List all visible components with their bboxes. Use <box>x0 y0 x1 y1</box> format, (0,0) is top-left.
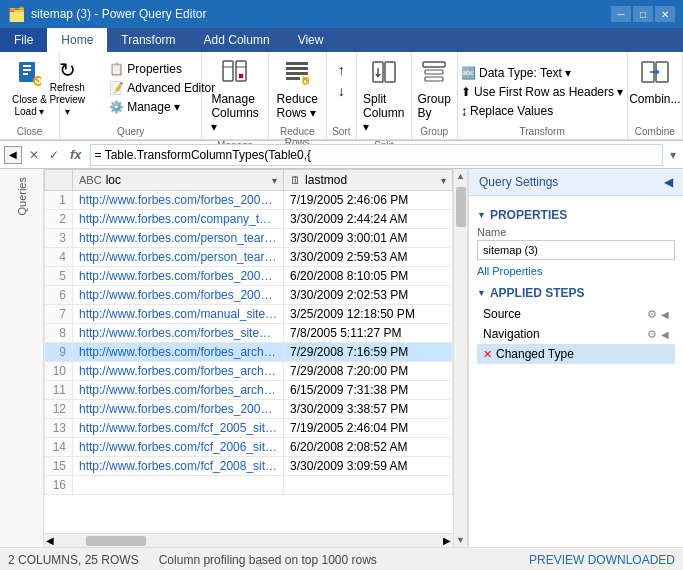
table-row[interactable]: 15http://www.forbes.com/fcf_2008_sitem..… <box>45 457 453 476</box>
scrollbar-thumb-v[interactable] <box>456 187 466 227</box>
step-settings-icon[interactable]: ⚙ <box>647 328 657 341</box>
row-loc-cell[interactable]: http://www.forbes.com/forbes_archive... <box>73 362 284 381</box>
properties-section-label: PROPERTIES <box>490 208 567 222</box>
right-panel-expand-icon[interactable]: ◀ <box>664 175 673 189</box>
app-icon: 🗂️ <box>8 6 25 22</box>
tab-file[interactable]: File <box>0 28 47 52</box>
col-filter-lastmod[interactable]: ▾ <box>441 175 446 186</box>
status-profiling: Column profiling based on top 1000 rows <box>159 553 377 567</box>
table-row[interactable]: 3http://www.forbes.com/person_tearshe...… <box>45 229 453 248</box>
formula-expand-button[interactable]: ▾ <box>667 148 679 162</box>
row-loc-cell[interactable]: http://www.forbes.com/forbes_2007_si... <box>73 400 284 419</box>
row-loc-cell[interactable] <box>73 476 284 495</box>
row-loc-cell[interactable]: http://www.forbes.com/fcf_2008_sitem... <box>73 457 284 476</box>
sort-desc-button[interactable]: ↓ <box>334 81 349 101</box>
row-number-cell: 8 <box>45 324 73 343</box>
vertical-scrollbar[interactable]: ▲ ▼ <box>453 169 467 547</box>
formula-input[interactable] <box>90 144 663 166</box>
row-loc-cell[interactable]: http://www.forbes.com/person_tearshe... <box>73 229 284 248</box>
formula-confirm-button[interactable]: ✓ <box>46 148 62 162</box>
row-loc-cell[interactable]: http://www.forbes.com/forbes_2006_si... <box>73 267 284 286</box>
table-row[interactable]: 12http://www.forbes.com/forbes_2007_si..… <box>45 400 453 419</box>
reduce-rows-button[interactable]: ReduceRows ▾ <box>271 56 324 124</box>
formula-cancel-button[interactable]: ✕ <box>26 148 42 162</box>
table-row[interactable]: 7http://www.forbes.com/manual_sitema...3… <box>45 305 453 324</box>
scrollbar-thumb-h[interactable] <box>86 536 146 546</box>
all-properties-link[interactable]: All Properties <box>477 265 542 277</box>
applied-step-item[interactable]: Source⚙◀ <box>477 304 675 324</box>
scroll-down-arrow[interactable]: ▼ <box>454 533 467 547</box>
step-nav-icon[interactable]: ◀ <box>661 329 669 340</box>
row-loc-cell[interactable]: http://www.forbes.com/forbes_2005_si... <box>73 191 284 210</box>
row-number-cell: 1 <box>45 191 73 210</box>
table-row[interactable]: 6http://www.forbes.com/forbes_2008_si...… <box>45 286 453 305</box>
right-panel-body: ▼ PROPERTIES Name All Properties ▼ APPLI… <box>469 196 683 547</box>
row-loc-cell[interactable]: http://www.forbes.com/fcf_2005_sitem... <box>73 419 284 438</box>
row-lastmod-cell: 7/19/2005 2:46:04 PM <box>284 419 453 438</box>
maximize-button[interactable]: □ <box>633 6 653 22</box>
row-lastmod-cell: 3/30/2009 2:44:24 AM <box>284 210 453 229</box>
table-row[interactable]: 14http://www.forbes.com/fcf_2006_sitem..… <box>45 438 453 457</box>
data-type-button[interactable]: 🔤 Data Type: Text ▾ <box>457 64 627 82</box>
table-row[interactable]: 4http://www.forbes.com/person_tearshe...… <box>45 248 453 267</box>
name-input[interactable] <box>477 240 675 260</box>
ribbon-group-manage-columns: ManageColumns ▾ Manage Columns <box>202 52 268 139</box>
table-row[interactable]: 8http://www.forbes.com/forbes_sitemap...… <box>45 324 453 343</box>
tab-transform[interactable]: Transform <box>107 28 189 52</box>
ribbon-group-group-by: GroupBy Group <box>412 52 458 139</box>
split-column-button[interactable]: SplitColumn ▾ <box>357 56 410 138</box>
properties-section-header[interactable]: ▼ PROPERTIES <box>477 208 675 222</box>
applied-steps-section-header[interactable]: ▼ APPLIED STEPS <box>477 286 675 300</box>
table-row[interactable]: 1http://www.forbes.com/forbes_2005_si...… <box>45 191 453 210</box>
col-header-loc[interactable]: ABC loc ▾ <box>73 170 284 191</box>
sort-asc-button[interactable]: ↑ <box>334 60 349 80</box>
scroll-left-arrow[interactable]: ◀ <box>44 535 56 546</box>
table-row[interactable]: 11http://www.forbes.com/forbes_archive..… <box>45 381 453 400</box>
step-settings-icon[interactable]: ⚙ <box>647 308 657 321</box>
row-loc-cell[interactable]: http://www.forbes.com/fcf_2006_sitem... <box>73 438 284 457</box>
close-button[interactable]: ✕ <box>655 6 675 22</box>
fx-button[interactable]: fx <box>66 147 86 162</box>
scroll-up-arrow[interactable]: ▲ <box>454 169 467 183</box>
row-loc-cell[interactable]: http://www.forbes.com/company_tears... <box>73 210 284 229</box>
row-loc-cell[interactable]: http://www.forbes.com/forbes_2008_si... <box>73 286 284 305</box>
status-preview[interactable]: PREVIEW DOWNLOADED <box>529 553 675 567</box>
col-filter-loc[interactable]: ▾ <box>272 175 277 186</box>
row-number-cell: 4 <box>45 248 73 267</box>
ribbon-group-query: ↻ RefreshPreview ▾ 📋 Properties 📝 Advanc… <box>60 52 202 139</box>
step-nav-icon[interactable]: ◀ <box>661 309 669 320</box>
table-row[interactable]: 16 <box>45 476 453 495</box>
applied-step-item[interactable]: Navigation⚙◀ <box>477 324 675 344</box>
applied-step-item[interactable]: ✕Changed Type <box>477 344 675 364</box>
group-by-button[interactable]: GroupBy <box>411 56 456 124</box>
table-row[interactable]: 13http://www.forbes.com/fcf_2005_sitem..… <box>45 419 453 438</box>
group-transform-label: Transform <box>462 126 623 139</box>
row-loc-cell[interactable]: http://www.forbes.com/forbes_sitemap... <box>73 324 284 343</box>
applied-steps-list: Source⚙◀Navigation⚙◀✕Changed Type <box>477 304 675 364</box>
minimize-button[interactable]: ─ <box>611 6 631 22</box>
combine-button[interactable]: Combin... <box>623 56 683 110</box>
row-number-cell: 5 <box>45 267 73 286</box>
row-loc-cell[interactable]: http://www.forbes.com/manual_sitema... <box>73 305 284 324</box>
refresh-preview-button[interactable]: ↻ RefreshPreview ▾ <box>40 56 94 122</box>
table-row[interactable]: 10http://www.forbes.com/forbes_archive..… <box>45 362 453 381</box>
svg-rect-20 <box>385 62 395 82</box>
replace-values-button[interactable]: ↨ Replace Values <box>457 102 627 120</box>
horizontal-scrollbar[interactable]: ◀ ▶ <box>44 533 453 547</box>
row-loc-cell[interactable]: http://www.forbes.com/person_tearshe... <box>73 248 284 267</box>
row-loc-cell[interactable]: http://www.forbes.com/forbes_archive... <box>73 381 284 400</box>
tab-view[interactable]: View <box>284 28 338 52</box>
scroll-right-arrow[interactable]: ▶ <box>441 535 453 546</box>
col-header-lastmod[interactable]: 🗓 lastmod ▾ <box>284 170 453 191</box>
data-grid: ABC loc ▾ 🗓 lastmod ▾ <box>44 169 453 495</box>
tab-home[interactable]: Home <box>47 28 107 52</box>
step-label: Changed Type <box>496 347 669 361</box>
manage-columns-button[interactable]: ManageColumns ▾ <box>205 56 264 138</box>
table-row[interactable]: 5http://www.forbes.com/forbes_2006_si...… <box>45 267 453 286</box>
formula-back-button[interactable]: ◀ <box>4 146 22 164</box>
table-row[interactable]: 2http://www.forbes.com/company_tears...3… <box>45 210 453 229</box>
row-loc-cell[interactable]: http://www.forbes.com/forbes_archive... <box>73 343 284 362</box>
tab-add-column[interactable]: Add Column <box>190 28 284 52</box>
table-row[interactable]: 9http://www.forbes.com/forbes_archive...… <box>45 343 453 362</box>
use-first-row-button[interactable]: ⬆ Use First Row as Headers ▾ <box>457 83 627 101</box>
